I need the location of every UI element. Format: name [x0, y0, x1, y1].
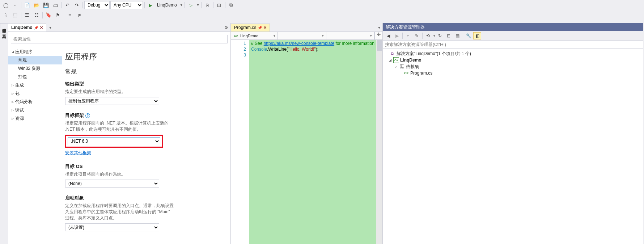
sol-back-icon[interactable]: ◀ — [384, 32, 392, 39]
install-frameworks-link[interactable]: 安装其他框架 — [65, 150, 91, 156]
undo-icon[interactable]: ↶ — [63, 1, 72, 9]
close-icon[interactable]: ✕ — [40, 25, 43, 30]
save-icon[interactable]: 💾 — [42, 1, 50, 9]
sync-icon[interactable]: ⟲ — [424, 32, 432, 39]
play-icon[interactable]: ▶ — [146, 1, 155, 9]
main-toolbar-row1: ◯ ▫ 📄 📂 💾 🗃 ↶ ↷ Debug Any CPU ▶ LinqDemo… — [0, 0, 644, 10]
nav-code-analysis[interactable]: 代码分析 — [8, 98, 62, 106]
tool-icon-2[interactable]: ⊡ — [215, 1, 224, 9]
nav-build[interactable]: 生成 — [8, 81, 62, 89]
tool-icon-3[interactable]: ⧉ — [227, 1, 236, 9]
play-nodebug-icon[interactable]: ▷ — [186, 1, 195, 9]
output-type-select[interactable]: 控制台应用程序 — [65, 97, 159, 105]
redo-icon[interactable]: ↷ — [72, 1, 81, 9]
nav-fwd-icon[interactable]: ▫ — [11, 1, 20, 9]
nav-debug[interactable]: 调试 — [8, 106, 62, 114]
save-all-icon[interactable]: 🗃 — [51, 1, 60, 9]
expand-icon[interactable]: ▷ — [394, 65, 398, 68]
sol-tool-icon[interactable]: ✎ — [413, 32, 421, 39]
nav-package[interactable]: 打包 — [8, 73, 62, 81]
line-gutter: 123 — [231, 40, 249, 244]
target-framework-select[interactable]: .NET 6.0 — [68, 137, 160, 145]
refresh-icon[interactable]: ↻ — [436, 32, 444, 39]
solution-explorer-title: 解决方案资源管理器 — [383, 23, 643, 31]
config-dropdown[interactable]: Debug — [84, 1, 110, 9]
bookmark-icon[interactable]: 🔖 — [44, 11, 53, 19]
editor-namespace-dropdown[interactable]: ▾ — [278, 32, 326, 39]
output-type-label: 输出类型 — [65, 81, 222, 87]
nav-win32[interactable]: Win32 资源 — [8, 64, 62, 73]
editor-project-dropdown[interactable]: C# LinqDemo ▾ — [231, 32, 278, 39]
pin-icon[interactable]: 📌 — [258, 26, 262, 30]
props-search-box[interactable] — [11, 35, 228, 43]
expand-icon[interactable]: ◢ — [388, 58, 392, 62]
tab-linqdemo-props[interactable]: LinqDemo 📌 ✕ — [8, 24, 46, 31]
section-title: 常规 — [65, 68, 222, 76]
new-file-icon[interactable]: 📄 — [23, 1, 31, 9]
indent-icon[interactable]: ☰ — [23, 11, 31, 19]
props-tabstrip: LinqDemo 📌 ✕ ▾ ⚙ — [8, 23, 230, 32]
solution-search-box[interactable] — [383, 41, 643, 49]
step-icon-1[interactable]: ⤵ — [1, 11, 10, 19]
startup-object-select[interactable]: (未设置) — [65, 223, 159, 231]
gear-icon[interactable]: ⚙ — [222, 25, 230, 30]
properties-icon[interactable]: 🔧 — [465, 32, 473, 39]
home-icon[interactable]: ⌂ — [404, 32, 412, 39]
editor-member-dropdown[interactable]: ▾ — [326, 32, 375, 39]
run-target-dropdown-icon[interactable]: ▼ — [179, 3, 183, 7]
preview-icon[interactable]: ◧ — [473, 32, 481, 39]
uncomment-icon[interactable]: ≢ — [75, 11, 84, 19]
target-framework-desc: 指定应用程序面向的 .NET 版本。根据计算机上安装的 .NET 版本，此选项可… — [65, 120, 174, 132]
nav-application[interactable]: 应用程序 — [8, 48, 62, 56]
csharp-file-icon: C# — [403, 70, 409, 76]
tree-file-program-cs[interactable]: C# Program.cs — [384, 70, 643, 76]
tree-project-node[interactable]: ◢ C# LinqDemo — [384, 57, 643, 63]
outdent-icon[interactable]: ☷ — [32, 11, 41, 19]
props-search-input[interactable] — [11, 35, 227, 43]
tabstrip-dropdown-icon[interactable]: ▾ — [47, 25, 54, 30]
page-title: 应用程序 — [65, 51, 222, 62]
target-os-label: 目标 OS — [65, 163, 222, 170]
scrollbar-thumb[interactable] — [377, 40, 382, 51]
project-properties-panel: LinqDemo 📌 ✕ ▾ ⚙ 应用程序 常规 Win32 资源 打包 生成 … — [8, 23, 231, 244]
toolbox-tab[interactable]: 工具箱 — [0, 29, 8, 34]
close-icon[interactable]: ✕ — [263, 25, 267, 30]
project-icon: C# — [393, 57, 399, 63]
tabstrip-dropdown-icon[interactable]: ▾ — [376, 25, 382, 30]
run-target-label[interactable]: LinqDemo — [156, 3, 178, 8]
tab-program-cs[interactable]: Program.cs 📌 ✕ — [231, 24, 270, 31]
help-icon[interactable]: ? — [85, 113, 90, 118]
framework-highlight: .NET 6.0 — [65, 135, 163, 148]
target-os-select[interactable]: (None) — [65, 180, 159, 188]
solution-search-input[interactable] — [383, 41, 643, 49]
code-text[interactable]: // See https://aka.ms/new-console-templa… — [249, 40, 382, 244]
show-all-icon[interactable]: ▤ — [453, 32, 461, 39]
solution-explorer-panel: 解决方案资源管理器 ◀ ▶ ⌂ ✎ ⟲ ▾ ↻ ⊟ ▤ 🔧 ◧ ⧉ 解决方案"L… — [383, 23, 643, 244]
nav-resources[interactable]: 资源 — [8, 114, 62, 123]
open-icon[interactable]: 📂 — [32, 1, 41, 9]
startup-object-desc: 定义在加载应用程序时要调用的入口点。通常，此项设置为应用程序中的主窗体或应用程序… — [65, 203, 174, 221]
nav-pkg[interactable]: 包 — [8, 89, 62, 98]
nav-general[interactable]: 常规 — [8, 56, 62, 64]
dependencies-icon: ⿺ — [399, 64, 405, 70]
props-nav: 应用程序 常规 Win32 资源 打包 生成 包 代码分析 调试 资源 — [8, 46, 62, 244]
step-icon-2[interactable]: ⬚ — [11, 11, 20, 19]
nav-back-icon[interactable]: ◯ — [1, 1, 10, 9]
editor-tabstrip: Program.cs 📌 ✕ ▾ — [231, 23, 382, 32]
sol-fwd-icon[interactable]: ▶ — [393, 32, 401, 39]
play-nodebug-dropdown-icon[interactable]: ▼ — [196, 3, 200, 7]
tool-icon-1[interactable]: ⎘ — [203, 1, 212, 9]
flag-icon[interactable]: ⚑ — [54, 11, 62, 19]
collapse-icon[interactable]: ⊟ — [445, 32, 453, 39]
server-explorer-tab[interactable]: 服务器资源管理器 — [0, 23, 8, 28]
csharp-icon: C# — [233, 33, 239, 39]
tree-solution-node[interactable]: ⧉ 解决方案"LinqDemo"(1 个项目/共 1 个) — [384, 50, 643, 57]
main-toolbar-row2: ⤵ ⬚ ☰ ☷ 🔖 ⚑ ≡ ≢ — [0, 10, 644, 20]
pin-icon[interactable]: 📌 — [34, 26, 38, 30]
code-area[interactable]: 123 // See https://aka.ms/new-console-te… — [231, 40, 382, 244]
split-editor-icon[interactable]: ✢ — [374, 32, 382, 39]
tree-dependencies-node[interactable]: ▷ ⿺ 依赖项 — [384, 63, 643, 70]
comment-icon[interactable]: ≡ — [65, 11, 74, 19]
platform-dropdown[interactable]: Any CPU — [110, 1, 143, 9]
editor-scrollbar[interactable] — [376, 40, 382, 244]
